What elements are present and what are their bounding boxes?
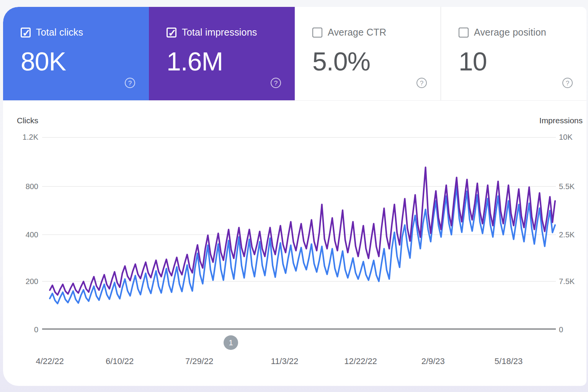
x-axis-tick: 6/10/22 — [106, 356, 134, 366]
x-axis-tick: 2/9/23 — [421, 356, 445, 366]
right-axis-tick: 5.5K — [559, 182, 586, 191]
metric-label: Total clicks — [36, 27, 83, 38]
x-axis-tick: 5/18/23 — [495, 356, 523, 366]
performance-chart: Clicks Impressions 1.2K 800 400 200 0 10… — [3, 101, 586, 385]
help-icon[interactable] — [271, 78, 281, 88]
metric-label: Total impressions — [182, 27, 257, 38]
x-axis-tick: 7/29/22 — [185, 356, 213, 366]
help-icon[interactable] — [562, 78, 573, 88]
checkbox-unchecked-icon[interactable] — [459, 28, 469, 38]
performance-panel: Total clicks 80K Total impressions 1.6M … — [3, 7, 586, 386]
left-axis-tick: 1.2K — [3, 132, 38, 142]
checkbox-checked-icon[interactable] — [167, 28, 176, 38]
help-icon[interactable] — [125, 78, 135, 88]
metric-card-header: Total impressions — [167, 27, 295, 38]
right-axis-tick: 0 — [559, 325, 586, 334]
right-axis-title: Impressions — [539, 116, 583, 125]
metric-card-average-position[interactable]: Average position 10 — [441, 7, 586, 100]
metric-card-header: Average position — [459, 27, 586, 38]
x-axis-tick: 4/22/22 — [36, 356, 64, 366]
right-axis-tick: 2.5K — [559, 230, 586, 239]
metric-label: Average CTR — [328, 27, 386, 38]
checkbox-unchecked-icon[interactable] — [312, 28, 322, 38]
x-axis-tick: 11/3/22 — [271, 356, 299, 366]
left-axis-title: Clicks — [17, 116, 38, 125]
plot-region[interactable] — [42, 137, 556, 330]
metric-label: Average position — [474, 27, 546, 38]
metric-value: 1.6M — [167, 46, 295, 76]
metric-card-header: Average CTR — [312, 27, 441, 38]
metric-value: 10 — [459, 46, 586, 76]
left-axis-tick: 800 — [3, 182, 38, 191]
x-axis-labels: 4/22/22 6/10/22 7/29/22 11/3/22 12/22/22… — [42, 356, 556, 367]
right-axis-tick: 7.5K — [559, 277, 586, 286]
left-axis-tick: 0 — [3, 325, 38, 334]
metric-card-total-clicks[interactable]: Total clicks 80K — [3, 7, 149, 100]
metric-value: 5.0% — [312, 46, 441, 76]
left-axis-tick: 200 — [3, 277, 38, 286]
metric-card-average-ctr[interactable]: Average CTR 5.0% — [295, 7, 441, 100]
metric-card-header: Total clicks — [21, 27, 149, 38]
pagination-badge[interactable]: 1 — [224, 335, 238, 350]
metric-value: 80K — [21, 46, 149, 76]
right-axis-tick: 10K — [559, 132, 586, 142]
metric-card-total-impressions[interactable]: Total impressions 1.6M — [149, 7, 295, 100]
x-axis-tick: 12/22/22 — [344, 356, 377, 366]
checkbox-checked-icon[interactable] — [21, 28, 31, 38]
metric-cards-row: Total clicks 80K Total impressions 1.6M … — [3, 7, 586, 101]
left-axis-tick: 400 — [3, 230, 38, 239]
help-icon[interactable] — [416, 78, 427, 88]
